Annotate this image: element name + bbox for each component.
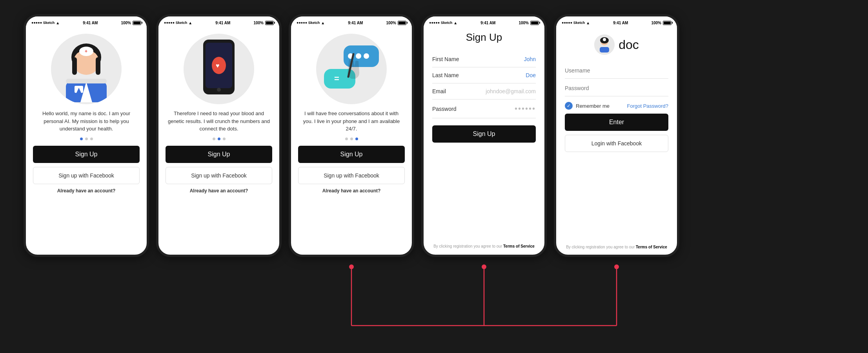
time-label-5: 9:41 AM (613, 21, 628, 25)
login-terms-container: By clicking registration you agree to ou… (566, 242, 667, 249)
terms-text-5: By clicking registration you agree to ou… (566, 242, 667, 249)
time-label-3: 9:41 AM (348, 21, 363, 25)
dot-1-3 (90, 138, 93, 140)
time-label-4: 9:41 AM (480, 21, 495, 25)
terms-text-4: By clicking registration you agree to ou… (432, 241, 536, 248)
carrier-label-3: ●●●●● Sketch (297, 21, 320, 25)
terms-container: By clicking registration you agree to ou… (432, 237, 536, 248)
remember-checkbox[interactable]: ✓ (565, 102, 573, 110)
svg-text:+: + (85, 49, 87, 54)
signup-button-2[interactable]: Sign Up (166, 146, 272, 163)
password-label: Password (432, 106, 456, 112)
carrier-label: ●●●●● Sketch (31, 21, 55, 25)
wifi-icon-2: ▲ (188, 21, 192, 25)
time-label-2: 9:41 AM (215, 21, 230, 25)
battery-icon-3 (398, 21, 406, 25)
dot-1-1 (80, 138, 83, 140)
facebook-login-button[interactable]: Login with Facebook (565, 135, 668, 152)
facebook-button-2[interactable]: Sign up with Facebook (166, 167, 272, 184)
signup-button-1[interactable]: Sign Up (33, 146, 140, 163)
battery-icon (133, 21, 141, 25)
firstname-label: First Name (432, 56, 459, 62)
login-form: doc ✓ Remember me Forgot Password? (556, 27, 677, 255)
signup-btn-container: Sign Up (432, 125, 536, 147)
chat-illustration: = (316, 34, 387, 104)
enter-button[interactable]: Enter (565, 114, 668, 131)
svg-point-27 (603, 38, 606, 41)
screen2-phone: ●●●●● Sketch ▲ 9:41 AM 100% (156, 14, 282, 257)
wifi-icon-4: ▲ (453, 21, 457, 25)
dot-2-2 (218, 138, 220, 140)
battery-icon-5 (663, 21, 671, 25)
svg-point-19 (364, 53, 369, 59)
email-placeholder[interactable]: johndoe@gmail.com (486, 88, 536, 94)
screen3-phone: ●●●●● Sketch ▲ 9:41 AM 100% (289, 14, 414, 257)
already-text-1: Already have an account? (57, 188, 116, 194)
battery-icon-2 (265, 21, 274, 25)
svg-point-18 (356, 53, 361, 59)
email-row: Email johndoe@gmail.com (432, 83, 536, 100)
email-label: Email (432, 88, 446, 94)
already-text-3: Already have an account? (322, 188, 381, 194)
firstname-value[interactable]: John (524, 56, 536, 62)
dot-2-1 (213, 138, 215, 140)
wifi-icon-3: ▲ (321, 21, 325, 25)
carrier-label-2: ●●●●● Sketch (164, 21, 187, 25)
chat-svg: = (320, 38, 383, 100)
lastname-row: Last Name Doe (432, 67, 536, 83)
check-icon: ✓ (567, 103, 571, 109)
status-bar-4: ●●●●● Sketch ▲ 9:41 AM 100% (424, 16, 544, 27)
screen1-phone: ●●●●● Sketch ▲ 9:41 AM 100% (24, 14, 149, 257)
svg-rect-3 (96, 57, 100, 75)
svg-rect-26 (600, 47, 609, 52)
dot-3-2 (350, 138, 353, 140)
doctor-illustration: + (51, 34, 122, 104)
screen1-description: Hello world, my name is doc. I am your p… (33, 110, 140, 133)
password-row: Password •••••• (432, 100, 536, 118)
screen4-phone: ●●●●● Sketch ▲ 9:41 AM 100% Sign Up Firs… (421, 14, 547, 257)
status-bar-2: ●●●●● Sketch ▲ 9:41 AM 100% (158, 16, 279, 27)
facebook-button-3[interactable]: Sign up with Facebook (298, 167, 405, 184)
signup-title: Sign Up (432, 31, 536, 43)
lastname-value[interactable]: Doe (526, 72, 536, 78)
svg-rect-10 (66, 79, 107, 83)
battery-label-4: 100% (519, 21, 529, 25)
screen3-description: I will have free conversations about it … (298, 110, 405, 133)
lastname-label: Last Name (432, 72, 459, 78)
screen5-phone: ●●●●● Sketch ▲ 9:41 AM 100% (554, 14, 679, 257)
carrier-label-5: ●●●●● Sketch (562, 21, 585, 25)
dot-3-3 (355, 138, 358, 140)
signup-submit-button[interactable]: Sign Up (432, 125, 536, 143)
remember-label: Remember me (576, 103, 610, 109)
forgot-password-link[interactable]: Forgot Password? (627, 103, 669, 109)
phone-illustration: ♥ (184, 34, 254, 104)
signup-button-3[interactable]: Sign Up (298, 146, 405, 163)
already-text-2: Already have an account? (190, 188, 248, 194)
login-header: doc (594, 34, 639, 55)
battery-label: 100% (121, 21, 131, 25)
facebook-button-1[interactable]: Sign up with Facebook (33, 167, 140, 184)
password-input[interactable] (565, 80, 668, 96)
svg-text:♥: ♥ (216, 62, 220, 69)
screen2-description: Therefore I need to read your blood and … (166, 110, 272, 133)
svg-point-13 (217, 88, 221, 92)
dot-1-2 (85, 138, 88, 140)
carrier-label-4: ●●●●● Sketch (429, 21, 452, 25)
svg-rect-2 (72, 57, 77, 75)
username-input[interactable] (565, 63, 668, 79)
dots-1 (80, 138, 93, 140)
phone-svg: ♥ (189, 36, 248, 102)
firstname-row: First Name John (432, 51, 536, 67)
password-value[interactable]: •••••• (515, 104, 536, 113)
login-avatar (594, 34, 615, 55)
battery-label-2: 100% (253, 21, 264, 25)
battery-icon-4 (530, 21, 539, 25)
status-bar-3: ●●●●● Sketch ▲ 9:41 AM 100% (291, 16, 412, 27)
battery-label-3: 100% (386, 21, 396, 25)
app-name-label: doc (619, 38, 639, 52)
wifi-icon-5: ▲ (586, 21, 590, 25)
dot-2-3 (223, 138, 226, 140)
remember-row: ✓ Remember me Forgot Password? (565, 98, 668, 114)
dot-3-1 (345, 138, 348, 140)
signup-form: Sign Up First Name John Last Name Doe Em… (424, 27, 544, 255)
